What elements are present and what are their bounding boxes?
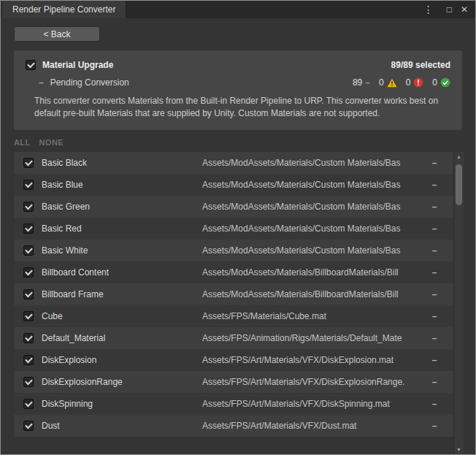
item-status-minus-icon: – — [415, 421, 453, 431]
row-checkbox[interactable] — [23, 202, 34, 212]
row-checkbox[interactable] — [23, 377, 34, 387]
back-button[interactable]: < Back — [14, 26, 100, 42]
item-path: Assets/FPS/Art/Materials/VFX/DiskSpinnin… — [202, 399, 415, 409]
row-checkbox[interactable] — [23, 180, 34, 190]
item-name: Basic Green — [42, 202, 202, 212]
row-checkbox[interactable] — [23, 223, 34, 234]
row-checkbox[interactable] — [23, 311, 34, 321]
row-checkbox[interactable] — [23, 267, 34, 278]
item-status-minus-icon: – — [415, 355, 453, 365]
converter-header-row: Material Upgrade 89/89 selected — [26, 60, 450, 70]
item-name: Dust — [42, 421, 202, 431]
item-status-minus-icon: – — [415, 267, 453, 278]
item-name: Billboard Frame — [42, 289, 202, 299]
select-all-button[interactable]: ALL — [14, 138, 31, 147]
table-row[interactable]: Default_Material Assets/FPS/Animation/Ri… — [14, 327, 453, 349]
warning-count-group: 0 — [379, 77, 397, 88]
pending-label: Pending Conversion — [50, 77, 129, 88]
converter-title: Material Upgrade — [42, 60, 113, 70]
item-path: Assets/ModAssets/Materials/Custom Materi… — [202, 223, 415, 234]
table-row[interactable]: Dust Assets/FPS/Art/Materials/VFX/Dust.m… — [14, 415, 453, 437]
converter-panel: Material Upgrade 89/89 selected – Pendin… — [14, 50, 462, 130]
pending-count: 89 — [353, 77, 362, 88]
warning-count: 0 — [379, 77, 384, 88]
item-status-minus-icon: – — [415, 399, 453, 409]
table-row[interactable]: DiskSpinning Assets/FPS/Art/Materials/VF… — [14, 393, 453, 415]
item-path: Assets/ModAssets/Materials/BillboardMate… — [202, 267, 415, 278]
table-row[interactable]: Billboard Content Assets/ModAssets/Mater… — [14, 261, 453, 283]
row-checkbox[interactable] — [23, 399, 34, 409]
success-icon — [440, 77, 450, 88]
table-row[interactable]: Billboard Frame Assets/ModAssets/Materia… — [14, 283, 453, 305]
item-name: Default_Material — [42, 333, 202, 343]
item-status-minus-icon: – — [415, 333, 453, 343]
window-tab[interactable]: Render Pipeline Converter — [2, 1, 126, 18]
titlebar-controls: ⋮ □ ✕ — [416, 1, 475, 18]
item-path: Assets/ModAssets/Materials/Custom Materi… — [202, 245, 415, 256]
item-path: Assets/ModAssets/Materials/BillboardMate… — [202, 289, 415, 299]
error-count: 0 — [406, 77, 411, 88]
table-row[interactable]: Basic Black Assets/ModAssets/Materials/C… — [14, 152, 453, 174]
success-count-group: 0 — [432, 77, 450, 88]
item-path: Assets/FPS/Art/Materials/VFX/Dust.mat — [202, 421, 415, 431]
row-checkbox[interactable] — [23, 158, 34, 168]
table-row[interactable]: Basic Blue Assets/ModAssets/Materials/Cu… — [14, 174, 453, 196]
converter-description: This converter converts Materials from t… — [26, 95, 450, 121]
table-row[interactable]: Basic Red Assets/ModAssets/Materials/Cus… — [14, 218, 453, 240]
vertical-scrollbar[interactable]: ▲ ▼ — [453, 152, 464, 454]
error-count-group: 0 — [406, 77, 424, 88]
row-checkbox[interactable] — [23, 245, 34, 256]
maximize-icon[interactable]: □ — [447, 5, 452, 14]
item-name: Basic Blue — [42, 180, 202, 190]
item-path: Assets/ModAssets/Materials/Custom Materi… — [202, 202, 415, 212]
menu-icon[interactable]: ⋮ — [423, 4, 434, 15]
item-path: Assets/ModAssets/Materials/Custom Materi… — [202, 180, 415, 190]
list-header: ALL NONE — [1, 130, 475, 152]
item-status-minus-icon: – — [415, 180, 453, 190]
titlebar: Render Pipeline Converter ⋮ □ ✕ — [1, 1, 475, 18]
row-checkbox[interactable] — [23, 289, 34, 299]
row-checkbox[interactable] — [23, 355, 34, 365]
table-row[interactable]: DiskExplosion Assets/FPS/Art/Materials/V… — [14, 349, 453, 371]
item-status-minus-icon: – — [415, 289, 453, 299]
render-pipeline-converter-window: Render Pipeline Converter ⋮ □ ✕ < Back M… — [0, 0, 476, 455]
table-row[interactable]: DiskExplosionRange Assets/FPS/Art/Materi… — [14, 371, 453, 393]
scroll-down-icon[interactable]: ▼ — [454, 444, 464, 454]
item-name: DiskExplosion — [42, 355, 202, 365]
status-counts: 89 – 0 0 — [344, 77, 450, 88]
success-count: 0 — [432, 77, 437, 88]
scroll-thumb[interactable] — [456, 164, 462, 205]
list-region: Basic Black Assets/ModAssets/Materials/C… — [14, 152, 464, 454]
item-path: Assets/ModAssets/Materials/Custom Materi… — [202, 158, 415, 168]
item-name: Basic Red — [42, 223, 202, 234]
item-status-minus-icon: – — [415, 223, 453, 234]
pending-conversion-row: – Pending Conversion 89 – 0 0 — [26, 77, 450, 88]
scroll-up-icon[interactable]: ▲ — [454, 152, 464, 162]
item-status-minus-icon: – — [415, 311, 453, 321]
item-name: Basic White — [42, 245, 202, 256]
selected-summary: 89/89 selected — [391, 60, 450, 70]
item-path: Assets/FPS/Art/Materials/VFX/DiskExplosi… — [202, 355, 415, 365]
table-row[interactable]: Basic White Assets/ModAssets/Materials/C… — [14, 240, 453, 261]
row-checkbox[interactable] — [23, 421, 34, 431]
pending-count-minus-icon: – — [365, 77, 370, 88]
item-path: Assets/FPS/Animation/Rigs/Materials/Defa… — [202, 333, 415, 343]
scroll-track[interactable] — [454, 162, 464, 444]
warning-icon — [387, 78, 397, 88]
pending-minus-icon: – — [39, 77, 44, 88]
item-status-minus-icon: – — [415, 377, 453, 387]
close-icon[interactable]: ✕ — [461, 5, 468, 14]
table-row[interactable]: Basic Green Assets/ModAssets/Materials/C… — [14, 196, 453, 218]
material-upgrade-checkbox[interactable] — [26, 60, 36, 70]
titlebar-spacer — [126, 1, 415, 18]
error-icon — [413, 77, 423, 88]
item-name: Cube — [42, 311, 202, 321]
item-name: Billboard Content — [42, 267, 202, 278]
pending-count-group: 89 – — [353, 77, 370, 88]
item-name: Basic Black — [42, 158, 202, 168]
table-row[interactable]: Cube Assets/FPS/Materials/Cube.mat – — [14, 305, 453, 327]
item-name: DiskSpinning — [42, 399, 202, 409]
toolbar: < Back — [1, 18, 475, 46]
row-checkbox[interactable] — [23, 333, 34, 343]
select-none-button[interactable]: NONE — [39, 138, 64, 147]
